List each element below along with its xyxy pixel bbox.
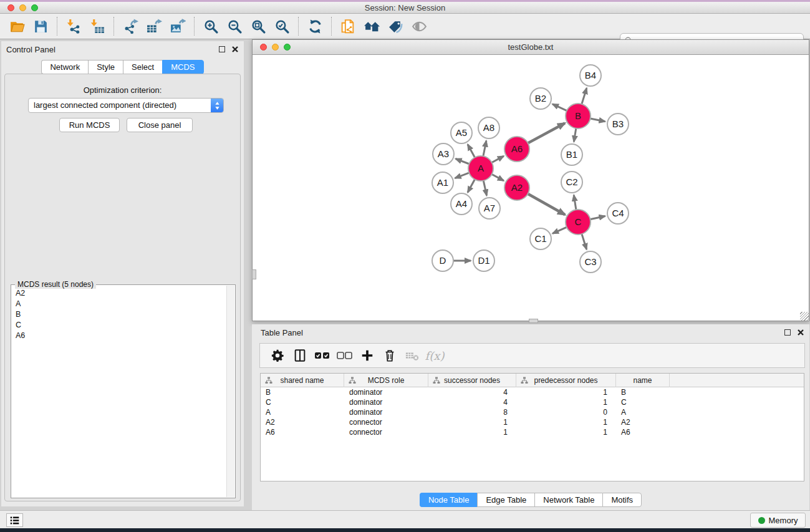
close-window-button[interactable]	[7, 4, 14, 11]
tab-edge-table[interactable]: Edge Table	[477, 493, 534, 507]
graph-node-C2[interactable]: C2	[561, 172, 582, 193]
graph-node-D[interactable]: D	[432, 250, 453, 271]
mcds-result-item[interactable]: A6	[12, 330, 226, 341]
column-header-predecessor-nodes[interactable]: predecessor nodes	[516, 374, 616, 387]
table-row[interactable]: Cdominator41C	[261, 397, 804, 407]
network-horizontal-scrollbar[interactable]	[529, 319, 538, 323]
column-header-mcds-role[interactable]: MCDS role	[344, 374, 428, 387]
network-file-icon[interactable]	[337, 16, 359, 36]
column-header-successor-nodes[interactable]: successor nodes	[428, 374, 516, 387]
graph-edge-A6-B[interactable]	[526, 123, 565, 144]
graph-node-C4[interactable]: C4	[607, 203, 629, 224]
minimize-window-button[interactable]	[19, 4, 26, 11]
table-cell: B	[261, 387, 344, 397]
gear-icon[interactable]	[266, 346, 289, 365]
graph-edge-A2-C[interactable]	[526, 193, 565, 215]
tab-select[interactable]: Select	[123, 60, 162, 74]
graph-node-D1[interactable]: D1	[473, 250, 494, 271]
mcds-result-item[interactable]: A2	[12, 288, 226, 298]
float-panel-icon[interactable]	[219, 46, 225, 52]
add-column-icon[interactable]	[356, 346, 378, 365]
graph-node-B[interactable]: B	[566, 104, 591, 128]
graph-node-C1[interactable]: C1	[530, 228, 551, 249]
unselect-all-icon[interactable]	[334, 346, 356, 365]
table-row[interactable]: Adominator80A	[261, 407, 804, 417]
column-header-name[interactable]: name	[616, 374, 670, 387]
network-canvas[interactable]: B4B2BB3B1A5A8A6A3AA1A2C2A4A7C4CC1C3DD1	[253, 56, 809, 321]
svg-text:B4: B4	[585, 70, 596, 80]
zoom-in-icon[interactable]	[200, 16, 221, 36]
select-all-icon[interactable]	[311, 346, 334, 365]
eye-icon[interactable]	[408, 16, 430, 36]
graph-node-B3[interactable]: B3	[607, 114, 629, 135]
function-icon[interactable]: f(x)	[423, 346, 446, 365]
open-file-icon[interactable]	[6, 16, 27, 36]
network-window-title: testGlobe.txt	[253, 40, 809, 55]
minimize-view-button[interactable]	[272, 44, 279, 51]
export-table-icon[interactable]	[143, 16, 165, 36]
export-image-icon[interactable]	[167, 16, 188, 36]
task-list-button[interactable]	[6, 513, 23, 527]
graph-node-A8[interactable]: A8	[478, 117, 499, 138]
import-network-icon[interactable]	[63, 16, 84, 36]
graph-node-A4[interactable]: A4	[451, 193, 472, 215]
close-panel-icon[interactable]	[231, 46, 239, 53]
resize-grip-icon[interactable]	[800, 312, 809, 321]
run-mcds-button[interactable]: Run MCDS	[59, 118, 120, 132]
export-network-icon[interactable]	[120, 16, 141, 36]
criterion-dropdown[interactable]: largest connected component (directed)	[28, 98, 224, 113]
table-row[interactable]: Bdominator41B	[261, 387, 804, 397]
tab-style[interactable]: Style	[88, 60, 123, 74]
tab-mcds[interactable]: MCDS	[162, 60, 203, 74]
graph-node-A1[interactable]: A1	[432, 172, 453, 193]
column-header-shared-name[interactable]: shared name	[261, 374, 344, 387]
close-table-panel-icon[interactable]	[797, 329, 804, 336]
tab-node-table[interactable]: Node Table	[420, 493, 478, 507]
graph-node-B2[interactable]: B2	[530, 88, 551, 109]
network-vertical-scrollbar[interactable]	[252, 269, 256, 279]
tab-network-table[interactable]: Network Table	[534, 493, 602, 507]
graph-node-A2[interactable]: A2	[504, 175, 529, 200]
tab-motifs[interactable]: Motifs	[602, 493, 642, 507]
svg-text:D: D	[440, 255, 446, 266]
result-scrollbar[interactable]	[226, 286, 234, 497]
mcds-result-item[interactable]: C	[12, 319, 226, 330]
graph-node-A6[interactable]: A6	[504, 137, 529, 162]
import-table-icon[interactable]	[87, 16, 108, 36]
graph-node-A5[interactable]: A5	[451, 122, 472, 143]
table-row[interactable]: A2connector11A2	[261, 417, 804, 427]
app-title-bar: Session: New Session	[0, 2, 810, 14]
refresh-layout-icon[interactable]	[304, 16, 325, 36]
memory-button[interactable]: Memory	[750, 513, 806, 528]
network-window-titlebar[interactable]: testGlobe.txt	[253, 40, 809, 55]
graph-node-A7[interactable]: A7	[479, 198, 500, 219]
graph-node-C3[interactable]: C3	[580, 251, 601, 273]
svg-text:C1: C1	[534, 233, 546, 244]
svg-text:D1: D1	[478, 255, 489, 266]
close-panel-button[interactable]: Close panel	[127, 118, 193, 132]
delete-column-icon[interactable]	[378, 346, 401, 365]
mcds-result-item[interactable]: B	[12, 309, 226, 319]
graph-node-A3[interactable]: A3	[433, 143, 454, 165]
mcds-result-item[interactable]: A	[12, 298, 226, 309]
zoom-selected-icon[interactable]	[271, 16, 292, 36]
close-view-button[interactable]	[260, 44, 267, 51]
mcds-result-list[interactable]: A2ABCA6	[12, 288, 226, 497]
zoom-out-icon[interactable]	[224, 16, 245, 36]
label-visibility-icon[interactable]	[385, 16, 406, 36]
save-session-icon[interactable]	[30, 16, 51, 36]
zoom-fit-icon[interactable]	[248, 16, 269, 36]
tab-network[interactable]: Network	[41, 60, 88, 74]
graph-node-C[interactable]: C	[566, 210, 591, 235]
home-icon[interactable]	[361, 16, 382, 36]
zoom-window-button[interactable]	[31, 4, 38, 11]
float-table-panel-icon[interactable]	[784, 329, 791, 336]
split-view-icon[interactable]	[289, 346, 311, 365]
table-row[interactable]: A6connector11A6	[261, 427, 804, 437]
graph-node-B4[interactable]: B4	[580, 65, 601, 86]
graph-node-A[interactable]: A	[468, 156, 493, 181]
table-body: Bdominator41BCdominator41CAdominator80AA…	[261, 387, 804, 437]
zoom-view-button[interactable]	[284, 44, 291, 51]
graph-node-B1[interactable]: B1	[561, 144, 582, 165]
delete-table-icon[interactable]	[401, 346, 423, 365]
